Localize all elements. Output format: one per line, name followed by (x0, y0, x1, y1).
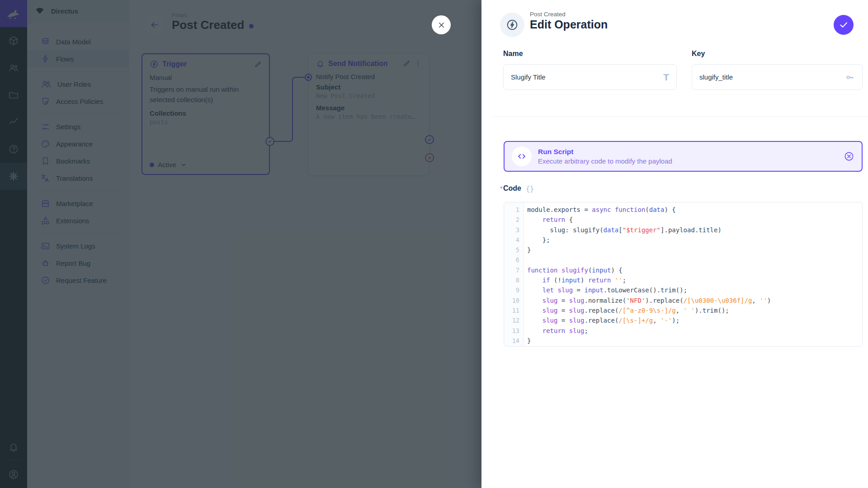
code-editor[interactable]: 1234567891011121314 module.exports = asy… (504, 202, 863, 347)
code-line: return { (527, 215, 862, 225)
code-line: let slug = input.toLowerCase().trim(); (527, 285, 862, 295)
required-dot (500, 187, 502, 188)
check-icon (839, 20, 849, 30)
edit-operation-drawer: Post Created Edit Operation Name Key T R… (481, 0, 868, 488)
code-line: slug = slug.replace(/[^a-z0-9\s-]/g, ' '… (527, 305, 862, 315)
bolt-circle-icon (506, 19, 519, 31)
close-drawer-button[interactable] (432, 15, 451, 34)
code-line: slug = slug.normalize('NFD').replace(/[\… (527, 296, 862, 305)
name-input[interactable] (511, 73, 659, 81)
name-field[interactable]: T (503, 64, 677, 90)
title-format-icon: T (663, 72, 669, 83)
code-line: function slugify(input) { (527, 265, 862, 275)
drawer-overlay[interactable] (0, 0, 481, 488)
code-line: slug = slug.replace(/[\s-]+/g, '-'); (527, 315, 862, 325)
code-line: return slug; (527, 326, 862, 336)
key-icon (845, 72, 855, 82)
key-field[interactable] (692, 64, 863, 90)
drawer-breadcrumb: Post Created (530, 11, 566, 18)
save-button[interactable] (834, 15, 854, 35)
code-line: } (527, 336, 862, 346)
banner-title: Run Script (538, 148, 672, 156)
braces-icon: {} (526, 184, 534, 193)
code-line: module.exports = async function(data) { (527, 205, 862, 215)
close-icon (437, 21, 446, 29)
key-input[interactable] (699, 73, 840, 81)
deselect-type-icon[interactable] (844, 151, 854, 162)
run-script-type-card[interactable]: Run Script Execute arbitrary code to mod… (504, 141, 863, 172)
code-field-label: Code {} (500, 184, 534, 193)
code-tags-icon (512, 146, 532, 166)
divider (492, 117, 868, 117)
key-label: Key (692, 50, 705, 58)
code-line: } (527, 245, 862, 255)
code-line: if (!input) return ''; (527, 275, 862, 285)
code-line (527, 255, 862, 265)
drawer-title: Edit Operation (530, 18, 608, 31)
name-label: Name (503, 50, 523, 58)
code-line: }; (527, 235, 862, 245)
code-line: slug: slugify(data["$trigger"].payload.t… (527, 225, 862, 235)
line-numbers: 1234567891011121314 (504, 202, 524, 346)
operation-type-badge (500, 13, 524, 37)
banner-subtitle: Execute arbitrary code to modify the pay… (538, 157, 672, 165)
